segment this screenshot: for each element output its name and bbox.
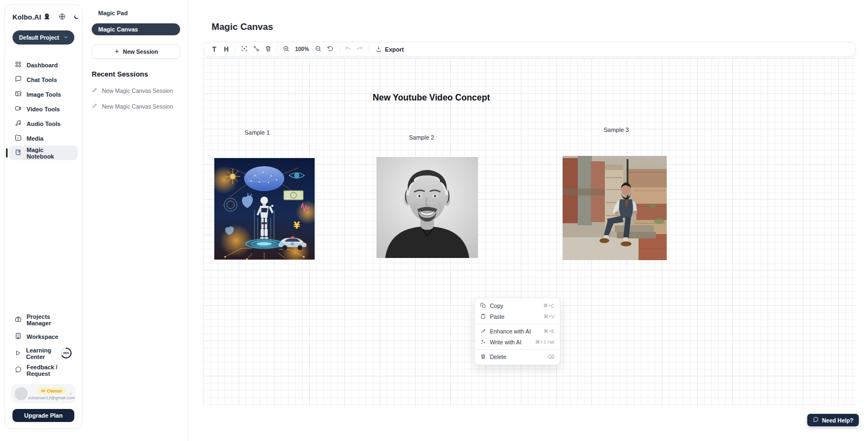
ai-select-icon [241, 45, 248, 54]
ai-select-button[interactable] [238, 43, 250, 55]
sidebar-item-label: Learning Center [26, 347, 54, 360]
sample-3-label[interactable]: Sample 3 [597, 127, 635, 133]
sample-image-2[interactable] [376, 157, 478, 258]
recent-session-item[interactable]: New Magic Canvas Session [92, 87, 180, 94]
user-account-card[interactable]: Owner zoharvan12@gmail.com [11, 384, 75, 404]
briefcase-icon [15, 316, 22, 324]
sidebar-item-label: Projects Manager [27, 313, 72, 326]
tab-magic-pad[interactable]: Magic Pad [92, 8, 180, 18]
dashboard-icon [15, 61, 22, 69]
menu-item-label: Paste [490, 313, 505, 320]
sidebar-item-label: Workspace [27, 333, 59, 340]
menu-item-shortcut: ⌘+C [543, 303, 554, 308]
music-note-icon [15, 119, 22, 128]
sidebar-item-learning-center[interactable]: Learning Center 66% [9, 346, 78, 361]
copy-icon [480, 301, 486, 311]
dark-mode-button[interactable] [73, 14, 80, 22]
sidebar-item-video-tools[interactable]: Video Tools [9, 102, 78, 116]
menu-divider [475, 349, 560, 350]
globe-icon [59, 13, 66, 22]
sample-2-label[interactable]: Sample 2 [403, 134, 441, 141]
need-help-button[interactable]: Need Help? [807, 414, 859, 426]
delete-tool-button[interactable] [262, 43, 274, 55]
connector-tool-button[interactable] [250, 43, 262, 55]
menu-item-paste[interactable]: Paste ⌘+V [475, 311, 560, 322]
image-icon [15, 90, 22, 98]
recent-session-item[interactable]: New Magic Canvas Session [92, 103, 180, 110]
sidebar-item-label: Audio Tools [27, 121, 61, 127]
sidebar-item-image-tools[interactable]: Image Tools [9, 87, 78, 102]
sidebar-item-label: Image Tools [27, 91, 61, 98]
menu-item-write-with-ai[interactable]: Write with AI ⌘+⇧+W [475, 337, 560, 348]
session-panel: Magic Pad Magic Canvas New Session Recen… [84, 0, 188, 441]
menu-item-copy[interactable]: Copy ⌘+C [475, 300, 560, 311]
menu-item-shortcut: ⌫ [547, 354, 554, 360]
zoom-level: 100% [292, 46, 312, 52]
export-button[interactable]: Export [372, 46, 407, 53]
canvas-grid[interactable]: New Youtube Video Concept Sample 1 Sampl… [203, 58, 856, 406]
owner-role-badge: Owner [37, 387, 66, 394]
menu-item-label: Enhance with AI [490, 328, 531, 335]
download-icon [375, 46, 382, 53]
sparkles-icon [480, 337, 486, 347]
sidebar-item-media[interactable]: Media [9, 131, 78, 146]
sidebar-item-workspace[interactable]: Workspace [9, 329, 78, 344]
text-tool-icon: T [212, 46, 216, 53]
language-globe-button[interactable] [59, 13, 66, 22]
board-title[interactable]: New Youtube Video Concept [334, 93, 529, 103]
brand-logo: Kolbo.AI [12, 12, 51, 22]
tab-magic-canvas[interactable]: Magic Canvas [92, 23, 180, 35]
sample-image-1[interactable]: ¥ [214, 158, 315, 260]
avatar [15, 387, 28, 400]
sidebar-item-label: Dashboard [27, 62, 58, 68]
magic-pen-icon [480, 326, 486, 336]
project-selector[interactable]: Default Project [12, 30, 74, 45]
upgrade-plan-button[interactable]: Upgrade Plan [12, 409, 74, 422]
heading-tool-icon: H [224, 46, 229, 53]
sidebar-item-projects-manager[interactable]: Projects Manager [9, 312, 78, 327]
sidebar-item-label: Chat Tools [27, 77, 57, 83]
sidebar-item-feedback-request[interactable]: Feedback / Request [9, 363, 78, 377]
sidebar-item-chat-tools[interactable]: Chat Tools [9, 72, 78, 87]
canvas-toolbar: T H 100% Export [203, 42, 856, 56]
reset-view-button[interactable] [324, 43, 336, 55]
new-session-button[interactable]: New Session [92, 45, 180, 59]
chevron-down-icon [63, 34, 69, 41]
zoom-out-button[interactable] [312, 43, 324, 55]
chevron-up-icon[interactable] [68, 388, 73, 398]
heading-tool-button[interactable]: H [220, 43, 232, 55]
toolbar-divider [277, 45, 277, 53]
menu-item-enhance-with-ai[interactable]: Enhance with AI ⌘+E [475, 326, 560, 337]
redo-button[interactable] [354, 43, 366, 55]
undo-button[interactable] [342, 43, 354, 55]
page-title: Magic Canvas [212, 22, 273, 33]
notebook-pen-icon [15, 149, 22, 157]
sidebar-item-label: Feedback / Request [27, 364, 72, 377]
app-root: Kolbo.AI Default Project [0, 0, 868, 441]
sidebar-item-audio-tools[interactable]: Audio Tools [9, 116, 78, 131]
rotate-reset-icon [327, 45, 334, 54]
portrait-graphic [376, 157, 478, 258]
trash-icon [480, 352, 486, 362]
menu-item-delete[interactable]: Delete ⌫ [475, 351, 560, 362]
sample-image-3[interactable] [563, 156, 667, 260]
sidebar-item-dashboard[interactable]: Dashboard [9, 58, 78, 72]
brand-name: Kolbo.AI [12, 14, 41, 21]
owner-badge-label: Owner [47, 388, 62, 394]
media-folder-icon [15, 134, 22, 142]
play-icon [15, 350, 21, 357]
sample-1-label[interactable]: Sample 1 [238, 129, 276, 136]
menu-item-shortcut: ⌘+V [544, 314, 554, 319]
undo-icon [344, 45, 352, 54]
plus-icon [114, 48, 120, 55]
sidebar-item-magic-notebook[interactable]: Magic Notebook [9, 146, 78, 160]
sidebar-item-label: Magic Notebook [27, 147, 72, 160]
svg-text:¥: ¥ [293, 220, 300, 231]
text-tool-button[interactable]: T [208, 43, 220, 55]
zoom-in-button[interactable] [280, 43, 292, 55]
ruins-scene-graphic [563, 156, 667, 260]
project-selector-label: Default Project [19, 34, 59, 41]
need-help-label: Need Help? [822, 417, 853, 424]
paste-clipboard-icon [480, 312, 486, 322]
connector-icon [253, 45, 260, 54]
